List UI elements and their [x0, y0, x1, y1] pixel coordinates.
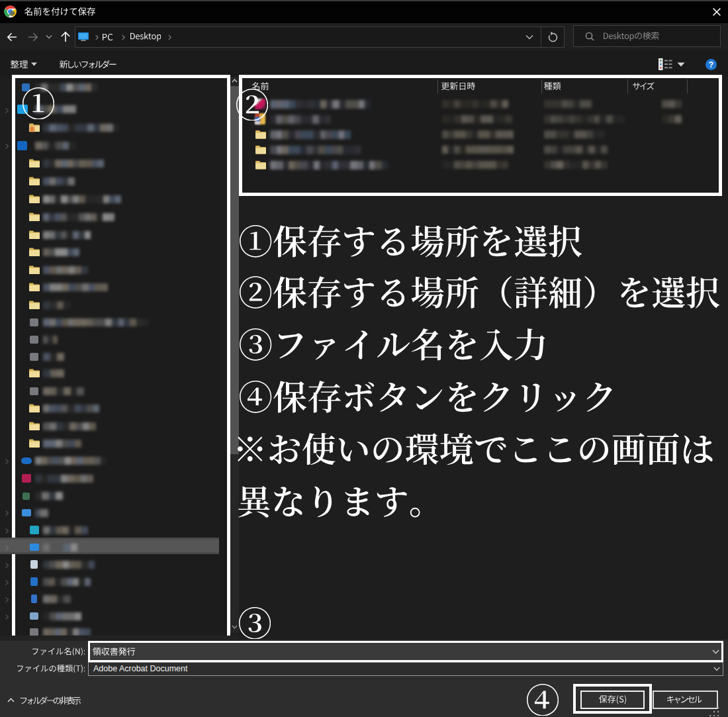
svg-text:?: ?	[709, 60, 713, 69]
